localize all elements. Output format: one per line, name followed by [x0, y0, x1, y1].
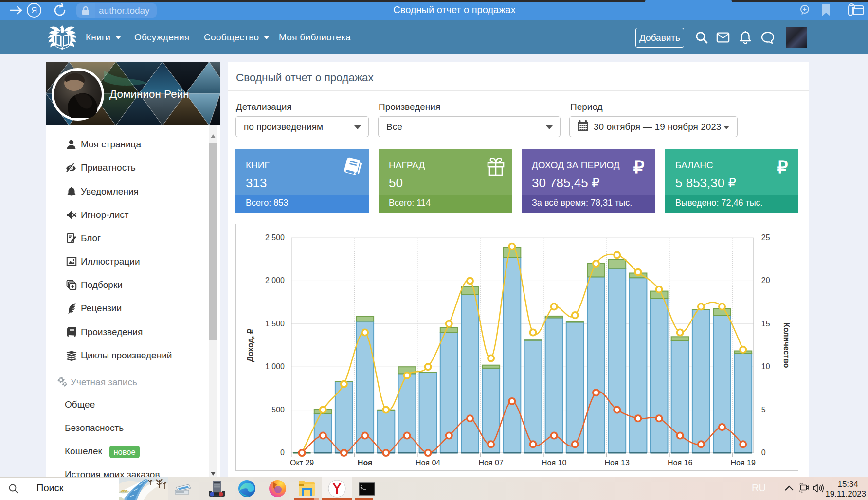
svg-text:Доминион Рейн: Доминион Рейн [109, 88, 189, 100]
svg-text:0: 0 [761, 448, 766, 457]
svg-text:R: R [31, 6, 37, 15]
svg-text:15: 15 [761, 320, 770, 328]
svg-text:2 000: 2 000 [265, 276, 285, 285]
svg-text:Ноя 10: Ноя 10 [542, 459, 566, 467]
svg-text:5: 5 [761, 406, 766, 414]
svg-text:1 500: 1 500 [265, 320, 285, 328]
svg-text:Ноя 04: Ноя 04 [416, 459, 440, 467]
svg-text:10: 10 [761, 362, 770, 371]
svg-text:25: 25 [761, 233, 770, 242]
svg-text:20: 20 [761, 276, 770, 285]
svg-text:Ноя 07: Ноя 07 [478, 459, 503, 467]
svg-text:Доход, ₽: Доход, ₽ [246, 329, 254, 362]
svg-text:Окт 29: Окт 29 [290, 459, 314, 467]
svg-text:0: 0 [280, 448, 285, 457]
svg-text:₽: ₽ [633, 157, 645, 177]
svg-text:Ноя 16: Ноя 16 [668, 459, 692, 467]
svg-text:500: 500 [271, 406, 285, 414]
svg-text:Количество: Количество [782, 322, 791, 368]
svg-text:Ноя: Ноя [358, 459, 372, 467]
svg-text:Ноя 19: Ноя 19 [731, 459, 756, 467]
svg-text:Ноя 13: Ноя 13 [605, 459, 630, 467]
svg-text:2 500: 2 500 [265, 233, 285, 242]
svg-text:₽: ₽ [777, 157, 788, 177]
svg-text:1 000: 1 000 [265, 362, 285, 371]
